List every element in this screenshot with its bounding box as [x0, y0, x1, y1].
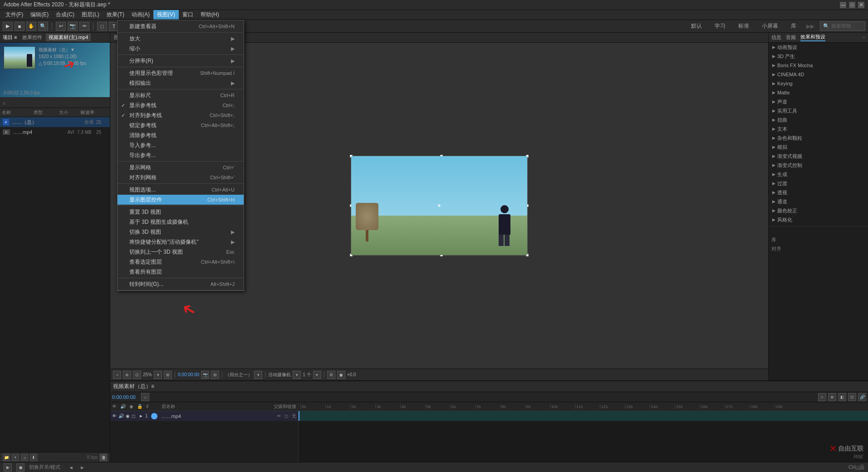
project-search-input[interactable]: [8, 100, 107, 105]
tab-default[interactable]: 默认: [687, 21, 706, 31]
ctrl-render[interactable]: ⚙: [327, 371, 335, 379]
camera-tool[interactable]: 📷: [68, 22, 78, 31]
import-button[interactable]: ⬇: [30, 454, 37, 461]
menu-zoom-in[interactable]: 放大 ▶: [118, 34, 244, 44]
ctrl-magnet[interactable]: ⊕: [123, 371, 131, 379]
tab-library[interactable]: 库: [786, 21, 801, 31]
timeline-ctrl-5[interactable]: 🔗: [858, 393, 866, 401]
menu-reset-3d[interactable]: 重置 3D 视图: [118, 207, 244, 217]
timeline-ctrl-4[interactable]: ⊡: [848, 393, 856, 401]
ctrl-fit[interactable]: ⊞: [164, 371, 172, 379]
menu-resolution[interactable]: 分辨率(R) ▶: [118, 56, 244, 66]
new-comp-button[interactable]: 📁: [3, 454, 10, 461]
ctrl-camera[interactable]: 📷: [201, 371, 209, 379]
effects-distort[interactable]: ▶ 扭曲: [769, 115, 868, 124]
menu-clear-guides[interactable]: 清除参考线: [118, 130, 244, 140]
effects-utility[interactable]: ▶ 实用工具: [769, 106, 868, 115]
file-item-comp[interactable]: ≡ ……（总） 合成 25: [0, 117, 110, 127]
effects-color-correction[interactable]: ▶ 颜色校正: [769, 206, 868, 215]
ctrl-region[interactable]: ⊡: [133, 371, 141, 379]
effects-gradient-control[interactable]: ▶ 渐变式控制: [769, 161, 868, 170]
effects-perspective[interactable]: ▶ 透视: [769, 188, 868, 197]
menu-snap-guides[interactable]: ✓ 对齐到参考线 Ctrl+Shift+;: [118, 110, 244, 120]
layer-switch-1[interactable]: ✏: [277, 413, 281, 418]
effects-transition[interactable]: ▶ 过渡: [769, 179, 868, 188]
menu-switch-3d[interactable]: 切换 3D 视图 ▶: [118, 227, 244, 237]
menu-new-viewer[interactable]: 新建查看器 Ctrl+Alt+Shift+N: [118, 21, 244, 31]
menu-layer[interactable]: 图层(L): [78, 10, 103, 20]
effects-generate[interactable]: ▶ 生成: [769, 170, 868, 179]
menu-view-options[interactable]: 视图选项... Ctrl+Alt+U: [118, 185, 244, 195]
layer-blend-1[interactable]: ◻: [284, 413, 288, 418]
ctrl-res-dropdown[interactable]: ▾: [254, 371, 262, 379]
effects-stylize[interactable]: ▶ 风格化: [769, 215, 868, 224]
tab-learn[interactable]: 学习: [710, 21, 730, 31]
pen-tool[interactable]: ✏: [79, 22, 89, 31]
menu-lock-guides[interactable]: 锁定参考线 Ctrl+Alt+Shift+;: [118, 120, 244, 130]
effects-simulate[interactable]: ▶ 模拟: [769, 143, 868, 152]
menu-composition[interactable]: 合成(C): [52, 10, 78, 20]
menu-show-guides[interactable]: ✓ 显示参考线 Ctrl+;: [118, 100, 244, 110]
status-collapse[interactable]: ◼: [16, 463, 25, 472]
menu-animation[interactable]: 动画(A): [128, 10, 153, 20]
rp-options[interactable]: ≡: [863, 35, 865, 40]
menu-create-camera[interactable]: 基于 3D 视图生成摄像机: [118, 217, 244, 227]
zoom-tool[interactable]: 🔍: [38, 22, 48, 31]
menu-window[interactable]: 窗口: [179, 10, 197, 20]
timeline-ctrl-3[interactable]: ◧: [838, 393, 846, 401]
rp-tab-audio[interactable]: 音频: [786, 34, 796, 41]
rotate-tool[interactable]: ↩: [56, 22, 66, 31]
ctrl-cam-dropdown[interactable]: ▾: [293, 371, 301, 379]
menu-show-layer-controls[interactable]: 显示图层控件 Ctrl+Shift+H: [118, 195, 244, 205]
play-button[interactable]: ▶: [3, 22, 13, 31]
menu-export-guides[interactable]: 导出参考...: [118, 150, 244, 160]
menu-assign-shortcut[interactable]: 将快捷键分配给"活动摄像机" ▶: [118, 237, 244, 247]
layer-row-1[interactable]: 👁 🔊 ◉ ◻ ► 1 ……mp4 ✏ ◻ 无: [110, 411, 298, 421]
layer-visible-1[interactable]: 👁: [112, 413, 117, 418]
layer-lock-1[interactable]: ◻: [132, 413, 135, 418]
menu-color-management[interactable]: 使用显示色彩管理 Shift+Numpad /: [118, 68, 244, 78]
layer-audio-1[interactable]: 🔊: [118, 413, 124, 418]
find-button[interactable]: ⌕: [21, 454, 28, 461]
menu-help[interactable]: 帮助(H): [197, 10, 223, 20]
rp-tab-info[interactable]: 信息: [771, 34, 781, 41]
menu-import-guides[interactable]: 导入参考...: [118, 140, 244, 150]
status-expand[interactable]: ▶: [4, 463, 12, 472]
effects-3d-generate[interactable]: ▶ 3D 产生: [769, 52, 868, 61]
hand-tool[interactable]: ✋: [26, 22, 36, 31]
ctrl-zoom-dropdown[interactable]: ▾: [154, 371, 162, 379]
delete-button[interactable]: 🗑: [100, 454, 107, 461]
menu-snap-grid[interactable]: 对齐到网格 Ctrl+Shift+': [118, 172, 244, 182]
effects-channel2[interactable]: ▶ 通道: [769, 197, 868, 206]
rp-tab-effects[interactable]: 效果和预设: [800, 34, 825, 41]
menu-edit[interactable]: 编辑(E): [27, 10, 52, 20]
effects-boris[interactable]: ▶ Boris FX Mocha: [769, 61, 868, 70]
ctrl-views-dropdown[interactable]: ▾: [313, 371, 321, 379]
menu-show-ruler[interactable]: 显示标尺 Ctrl+R: [118, 90, 244, 100]
effects-noise[interactable]: ▶ 杂色和颗粒: [769, 133, 868, 143]
tab-small-screen[interactable]: 小屏幕: [757, 21, 783, 31]
ctrl-snap[interactable]: ⌁: [113, 371, 121, 379]
timeline-ctrl-1[interactable]: ⊹: [818, 393, 826, 401]
minimize-button[interactable]: —: [840, 2, 846, 8]
layer-expand-1[interactable]: 1: [145, 413, 148, 418]
stop-button[interactable]: ■: [15, 22, 25, 31]
effects-matte[interactable]: ▶ Matte: [769, 88, 868, 97]
tab-effects-controls[interactable]: 效果控件: [20, 34, 45, 41]
shape-tool[interactable]: □: [97, 22, 107, 31]
ctrl-more[interactable]: ◼: [337, 371, 345, 379]
menu-view[interactable]: 视图(V): [153, 10, 179, 20]
menu-effects[interactable]: 效果(T): [103, 10, 128, 20]
menu-file[interactable]: 文件(F): [2, 10, 27, 20]
timeline-search[interactable]: ⌕: [141, 393, 149, 401]
effects-animation-presets[interactable]: ▶ 动画预设: [769, 43, 868, 52]
menu-zoom-out[interactable]: 缩小 ▶: [118, 44, 244, 54]
menu-simulate-output[interactable]: 模拟输出 ▶: [118, 78, 244, 88]
layer-solo-1[interactable]: ◉: [126, 413, 130, 418]
effects-keying[interactable]: ▶ Keying: [769, 79, 868, 88]
tab-standard[interactable]: 标准: [734, 21, 754, 31]
effects-text[interactable]: ▶ 文本: [769, 124, 868, 133]
maximize-button[interactable]: □: [849, 2, 855, 8]
new-folder-button[interactable]: +: [12, 454, 19, 461]
effects-gradient-video[interactable]: ▶ 渐变式视频: [769, 152, 868, 161]
